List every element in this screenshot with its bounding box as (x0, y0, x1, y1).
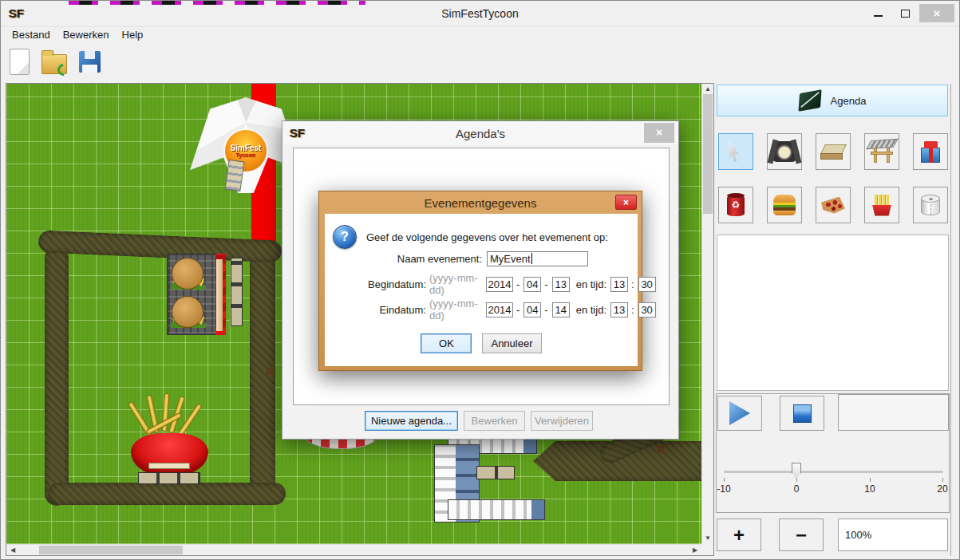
end-hour-input[interactable]: 13 (610, 302, 628, 317)
menu-item-bestand[interactable]: Bestand (6, 29, 57, 41)
tent-logo-subtext: Tycoon (236, 152, 255, 158)
horizontal-scrollbar[interactable] (6, 544, 701, 555)
play-button[interactable] (717, 396, 762, 431)
dirt-path[interactable] (45, 246, 69, 506)
minimize-button[interactable] (865, 4, 891, 22)
open-file-button[interactable] (39, 44, 69, 79)
fries-icon (872, 195, 891, 216)
slider-label: 0 (784, 483, 809, 495)
close-icon: × (934, 7, 941, 19)
dash-separator: - (544, 278, 547, 290)
new-file-button[interactable] (4, 44, 34, 79)
dirt-path[interactable] (48, 483, 286, 505)
toolbar (4, 44, 105, 81)
slider-label: -10 (711, 483, 737, 495)
begin-year-input[interactable]: 2014 (486, 277, 513, 292)
tool-pizza[interactable] (816, 187, 851, 223)
tool-burger[interactable] (767, 187, 802, 223)
end-minute-input[interactable]: 30 (638, 302, 656, 317)
agendas-dialog-titlebar[interactable]: SF Agenda's × (282, 121, 678, 145)
tool-gift[interactable] (913, 133, 948, 170)
dirt-path[interactable] (38, 230, 282, 262)
slider-label: 10 (857, 483, 883, 495)
tool-fries[interactable] (864, 187, 899, 223)
edit-agenda-button[interactable]: Bewerken (464, 411, 525, 431)
play-icon (729, 401, 750, 425)
tool-path[interactable] (816, 133, 851, 170)
name-label: Naam evenement: (325, 253, 482, 265)
event-close-button[interactable]: × (615, 195, 637, 210)
pinwheel[interactable] (654, 443, 667, 455)
menu-item-help[interactable]: Help (116, 29, 150, 41)
scroll-down-icon[interactable] (702, 534, 713, 543)
event-dialog-title: Evenementgegevens (319, 196, 642, 210)
end-day-input[interactable]: 14 (552, 302, 570, 317)
new-agenda-button[interactable]: Nieuwe agenda... (365, 411, 458, 431)
tool-spotlight[interactable] (767, 133, 802, 170)
stop-button[interactable] (780, 396, 824, 431)
tool-trashcan[interactable] (718, 187, 753, 223)
text-caret (531, 253, 532, 264)
agendas-dialog-title: Agenda's (282, 127, 678, 140)
open-arrow-icon (55, 61, 72, 77)
zoom-out-button[interactable]: − (779, 519, 824, 551)
tool-select[interactable] (718, 133, 753, 170)
end-year-input[interactable]: 2014 (486, 302, 513, 317)
trashcan-icon (727, 195, 745, 216)
maximize-icon (901, 10, 910, 18)
vertical-scroll-thumb[interactable] (703, 94, 713, 214)
ok-button[interactable]: OK (421, 333, 472, 353)
tool-toilet-paper[interactable] (913, 187, 948, 223)
zoom-level-field[interactable]: 100% (838, 519, 948, 551)
begin-month-input[interactable]: 04 (523, 277, 541, 292)
bench[interactable] (231, 258, 243, 326)
fries-bowl-label (148, 463, 190, 469)
minimize-icon (874, 15, 883, 17)
cancel-button[interactable]: Annuleer (482, 333, 541, 353)
fries-stand[interactable] (126, 393, 214, 475)
toilet-paper-icon (921, 195, 940, 216)
scroll-right-icon[interactable] (689, 546, 701, 555)
toilet-blue-cap (523, 438, 536, 453)
end-label: Eindatum: (325, 304, 426, 316)
begin-minute-input[interactable]: 30 (638, 277, 656, 292)
begin-hour-input[interactable]: 13 (610, 277, 628, 292)
dash-separator: - (516, 278, 520, 290)
tool-stage[interactable] (864, 133, 899, 170)
path-tile-icon (820, 143, 846, 160)
event-dialog-content: ? Geef de volgende gegevens over het eve… (325, 214, 638, 366)
pinwheel[interactable] (263, 365, 276, 377)
delete-agenda-button[interactable]: Verwijderen (531, 411, 593, 431)
zoom-in-button[interactable]: + (717, 519, 761, 551)
date-format-hint: (yyyy-mm-dd) (426, 272, 482, 296)
tent-logo-text: SimFest (231, 144, 262, 152)
burger (171, 297, 204, 332)
sidebar: Agenda (716, 84, 951, 556)
slider-thumb[interactable] (792, 463, 801, 479)
end-month-input[interactable]: 04 (523, 302, 541, 317)
toilet-block[interactable] (448, 499, 545, 520)
vertical-scrollbar[interactable] (701, 84, 713, 544)
menu-item-bewerken[interactable]: Bewerken (57, 29, 116, 41)
dash-separator: - (544, 304, 547, 316)
event-button-row: OK Annuleer (325, 333, 638, 353)
agenda-book-icon (798, 89, 821, 111)
event-name-input[interactable]: MyEvent (487, 251, 588, 266)
bench[interactable] (138, 472, 200, 484)
save-button[interactable] (74, 44, 105, 79)
scroll-up-icon[interactable] (702, 85, 713, 94)
slider-track[interactable] (724, 471, 943, 473)
bench[interactable] (476, 466, 515, 479)
horizontal-scroll-thumb[interactable] (39, 546, 183, 554)
agendas-close-button[interactable]: × (644, 123, 674, 143)
agenda-button[interactable]: Agenda (717, 85, 948, 116)
close-button[interactable]: × (919, 4, 954, 22)
maximize-button[interactable] (892, 4, 918, 22)
colon-separator: : (631, 278, 634, 290)
date-format-hint: (yyyy-mm-dd) (426, 298, 482, 321)
burger-icon (773, 195, 796, 215)
begin-day-input[interactable]: 13 (552, 277, 570, 292)
scroll-left-icon[interactable] (7, 546, 18, 555)
burger (171, 258, 204, 294)
burger-stand[interactable] (167, 254, 226, 335)
